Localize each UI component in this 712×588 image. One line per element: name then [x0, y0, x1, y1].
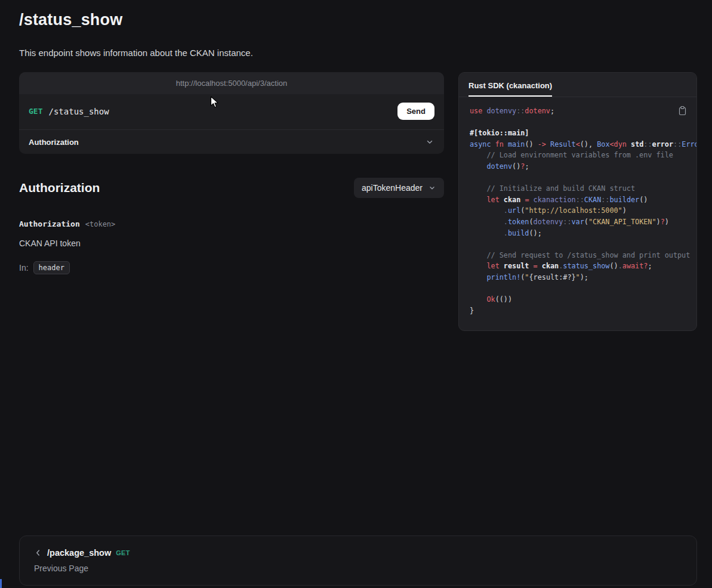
auth-field-row: Authorization <token> — [19, 219, 444, 228]
scrollbar-artifact — [0, 579, 2, 588]
send-button[interactable]: Send — [397, 103, 434, 120]
auth-field-name: Authorization — [19, 219, 80, 228]
previous-page-method: GET — [116, 549, 130, 556]
request-auth-label: Authorization — [29, 138, 79, 147]
code-panel-header: Rust SDK (ckanaction) — [459, 73, 696, 97]
footer-pagination-card: /package_show GET Previous Page — [19, 536, 697, 586]
previous-page-link[interactable]: /package_show GET — [34, 548, 682, 558]
auth-field-type: <token> — [85, 220, 116, 228]
chevron-left-icon — [34, 549, 42, 557]
auth-in-row: In: header — [19, 261, 444, 274]
chevron-down-icon — [428, 184, 436, 192]
code-panel-body: use dotenvy::dotenv; #[tokio::main] asyn… — [459, 97, 696, 330]
rust-code-block: use dotenvy::dotenv; #[tokio::main] asyn… — [459, 97, 696, 330]
page-title: /status_show — [19, 11, 697, 29]
code-sample-panel: Rust SDK (ckanaction) use dotenvy::doten… — [458, 72, 697, 331]
copy-code-button[interactable] — [677, 104, 688, 119]
request-playground-card: http://localhost:5000/api/3/action GET /… — [19, 72, 444, 154]
base-url-bar[interactable]: http://localhost:5000/api/3/action — [19, 72, 444, 94]
clipboard-icon — [678, 109, 687, 117]
content-columns: http://localhost:5000/api/3/action GET /… — [19, 72, 697, 331]
request-row: GET /status_show Send — [19, 94, 444, 129]
auth-in-label: In: — [19, 263, 29, 273]
previous-page-path: /package_show — [47, 548, 111, 558]
auth-in-badge: header — [33, 261, 70, 274]
authorization-section-header: Authorization apiTokenHeader — [19, 178, 444, 198]
code-language-tab[interactable]: Rust SDK (ckanaction) — [468, 81, 552, 97]
request-auth-toggle[interactable]: Authorization — [19, 129, 444, 154]
authorization-heading: Authorization — [19, 181, 100, 195]
chevron-down-icon — [425, 137, 434, 147]
left-column: http://localhost:5000/api/3/action GET /… — [19, 72, 444, 274]
page: /status_show This endpoint shows informa… — [0, 11, 712, 586]
http-method-badge: GET — [29, 107, 42, 116]
page-description: This endpoint shows information about th… — [19, 48, 697, 58]
auth-scheme-select[interactable]: apiTokenHeader — [354, 178, 444, 198]
request-path: /status_show — [48, 107, 109, 116]
previous-page-label: Previous Page — [34, 564, 682, 573]
auth-scheme-value: apiTokenHeader — [362, 183, 423, 193]
auth-field-description: CKAN API token — [19, 239, 444, 248]
